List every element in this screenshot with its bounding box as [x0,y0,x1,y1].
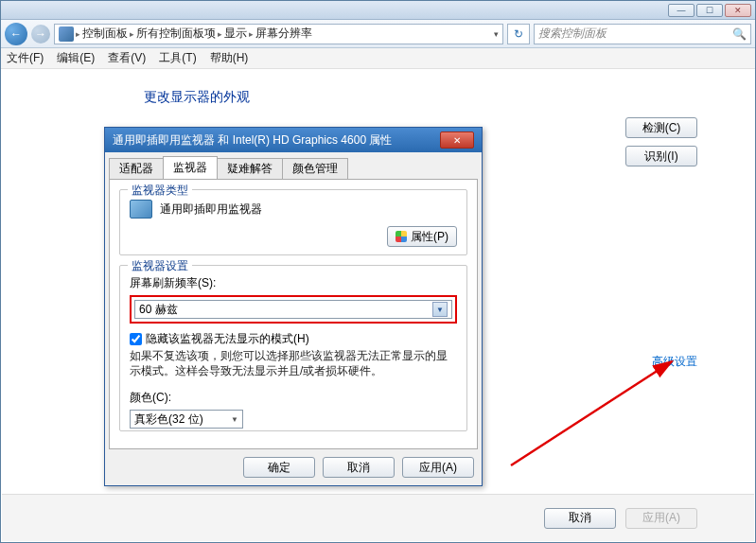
hide-modes-checkbox[interactable] [130,333,142,345]
chevron-down-icon[interactable]: ▾ [494,29,499,39]
dialog-titlebar[interactable]: 通用即插即用监视器 和 Intel(R) HD Graphics 4600 属性… [105,128,482,152]
breadcrumb-icon [59,26,74,42]
dialog-cancel-button[interactable]: 取消 [323,457,395,478]
highlight-annotation: 60 赫兹 ▼ [130,295,457,324]
page-title: 更改显示器的外观 [144,89,726,106]
refresh-rate-combo[interactable]: 60 赫兹 ▼ [134,300,452,319]
group-title: 监视器类型 [128,183,192,199]
menu-view[interactable]: 查看(V) [108,50,146,66]
menu-file[interactable]: 文件(F) [7,50,44,66]
dialog-button-row: 确定 取消 应用(A) [243,457,474,478]
monitor-properties-button[interactable]: 属性(P) [387,226,457,247]
tab-strip: 适配器 监视器 疑难解答 颜色管理 [105,156,482,179]
dialog-ok-button[interactable]: 确定 [243,457,315,478]
chevron-down-icon[interactable]: ▼ [231,415,238,424]
color-depth-combo[interactable]: 真彩色(32 位) ▼ [130,410,243,429]
menu-bar: 文件(F) 编辑(E) 查看(V) 工具(T) 帮助(H) [1,48,755,69]
chevron-right-icon: ▸ [76,29,80,39]
hide-modes-description: 如果不复选该项，则您可以选择那些该监视器无法正常显示的显示模式。这样会导致无法显… [130,349,457,378]
maximize-button[interactable]: ☐ [696,4,723,17]
breadcrumb[interactable]: ▸ 控制面板 ▸ 所有控制面板项 ▸ 显示 ▸ 屏幕分辨率 ▾ [54,24,503,44]
monitor-properties-dialog: 通用即插即用监视器 和 Intel(R) HD Graphics 4600 属性… [104,127,483,486]
page-cancel-button[interactable]: 取消 [544,508,616,529]
page-apply-button: 应用(A) [625,508,697,529]
dialog-close-button[interactable]: ✕ [440,131,474,149]
minimize-button[interactable]: — [668,4,694,17]
chevron-right-icon: ▸ [218,29,222,39]
bottom-button-bar: 取消 应用(A) [2,494,754,541]
advanced-settings-link[interactable]: 高级设置 [652,354,697,370]
nav-back-button[interactable]: ← [5,23,27,45]
tab-monitor[interactable]: 监视器 [163,156,218,179]
monitor-name: 通用即插即用监视器 [160,201,262,218]
search-placeholder: 搜索控制面板 [538,26,607,42]
nav-forward-button[interactable]: → [31,25,50,44]
breadcrumb-item[interactable]: 所有控制面板项 [136,26,216,42]
color-depth-value: 真彩色(32 位) [134,412,203,428]
chevron-right-icon: ▸ [130,29,134,39]
close-button[interactable]: ✕ [725,4,751,17]
refresh-rate-label: 屏幕刷新频率(S): [130,275,457,291]
breadcrumb-item[interactable]: 显示 [224,26,247,42]
tab-adapter[interactable]: 适配器 [109,158,164,179]
refresh-rate-value: 60 赫兹 [139,302,178,318]
chevron-right-icon: ▸ [249,29,254,39]
group-title: 监视器设置 [128,258,192,274]
properties-button-label: 属性(P) [411,229,448,245]
group-monitor-type: 监视器类型 通用即插即用监视器 属性(P) [119,189,467,255]
identify-button[interactable]: 识别(I) [625,146,697,166]
chevron-down-icon[interactable]: ▼ [432,302,448,317]
breadcrumb-item[interactable]: 屏幕分辨率 [255,26,312,42]
group-monitor-settings: 监视器设置 屏幕刷新频率(S): 60 赫兹 ▼ 隐藏该监视器无法显示的模式(H… [119,265,467,431]
monitor-icon [130,200,152,219]
tab-page-monitor: 监视器类型 通用即插即用监视器 属性(P) 监视器设置 屏幕刷新频率(S): 6… [109,179,478,449]
side-buttons: 检测(C) 识别(I) [625,117,697,166]
search-icon[interactable]: 🔍 [732,27,747,41]
menu-help[interactable]: 帮助(H) [210,50,249,66]
refresh-button[interactable]: ↻ [507,24,530,44]
titlebar: — ☐ ✕ [1,1,755,20]
navigation-bar: ← → ▸ 控制面板 ▸ 所有控制面板项 ▸ 显示 ▸ 屏幕分辨率 ▾ ↻ 搜索… [1,20,755,48]
menu-edit[interactable]: 编辑(E) [57,50,95,66]
dialog-title-text: 通用即插即用监视器 和 Intel(R) HD Graphics 4600 属性 [113,132,392,149]
tab-troubleshoot[interactable]: 疑难解答 [217,158,283,179]
uac-shield-icon [396,231,407,242]
hide-modes-label: 隐藏该监视器无法显示的模式(H) [146,331,309,347]
breadcrumb-item[interactable]: 控制面板 [82,26,128,42]
color-label: 颜色(C): [130,390,457,406]
detect-button[interactable]: 检测(C) [625,117,697,138]
tab-color[interactable]: 颜色管理 [282,158,348,179]
search-input[interactable]: 搜索控制面板 🔍 [534,24,751,44]
dialog-apply-button[interactable]: 应用(A) [402,457,474,478]
menu-tools[interactable]: 工具(T) [159,50,196,66]
